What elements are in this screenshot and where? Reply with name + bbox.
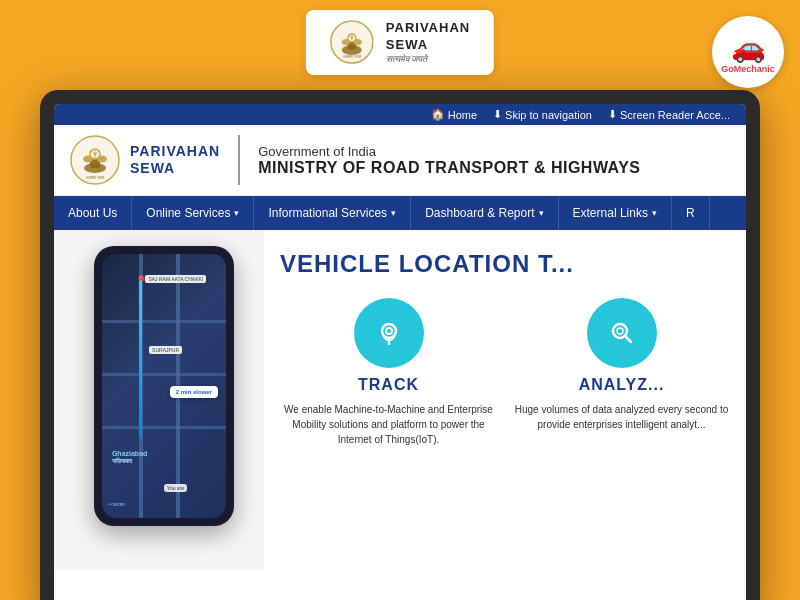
nav-external-links-arrow: ▾ [652,208,657,218]
screen-reader-label: Screen Reader Acce... [620,109,730,121]
map-route [139,280,142,438]
hero-title: VEHICLE LOCATION T... [280,250,730,278]
nav-online-services[interactable]: Online Services ▾ [132,196,254,230]
site-govt-line1: Government of India [258,144,640,159]
map-center-label: • center [108,501,125,507]
site-name-title: PARIVAHAN SEWA [130,143,220,177]
svg-text:सत्यमेव जयते: सत्यमेव जयते [85,175,105,180]
analyze-card-title: ANALYZ... [579,376,665,394]
site-emblem: सत्यमेव जयते [70,135,120,185]
track-icon-circle [354,298,424,368]
nav-dashboard-report-arrow: ▾ [539,208,544,218]
site-govt-info: Government of India MINISTRY OF ROAD TRA… [258,144,640,177]
map-city-hindi: गाज़ियाबाद [112,458,132,464]
map-mid-label: SURAJPUR [149,346,182,354]
gomechanic-badge: 🚗 GoMechanic [712,16,784,88]
site-navbar: About Us Online Services ▾ Informational… [54,196,746,230]
parivahan-badge: सत्यमेव जयते PARIVAHAN SEWA सत्यमेव जयते [306,10,494,75]
nav-r-label: R [686,206,695,220]
skip-nav-link[interactable]: ⬇ Skip to navigation [493,108,592,121]
nav-informational-services-label: Informational Services [268,206,387,220]
site-logo-area: सत्यमेव जयते PARIVAHAN SEWA Government o… [70,135,641,185]
parivahan-title-line2: SEWA [386,37,470,54]
skip-nav-label: Skip to navigation [505,109,592,121]
home-link[interactable]: 🏠 Home [431,108,477,121]
site-govt-line2: MINISTRY OF ROAD TRANSPORT & HIGHWAYS [258,159,640,177]
site-name: PARIVAHAN SEWA [130,143,220,177]
laptop-frame: 🏠 Home ⬇ Skip to navigation ⬇ Screen Rea… [40,90,760,600]
phone-mockup: SAJ RAM AATA CHAKKI SURAJPUR 2 min slowe… [74,246,254,554]
nav-online-services-arrow: ▾ [234,208,239,218]
map-city-label: Ghaziabadगाज़ियाबाद [112,450,147,465]
mechanic-text: Mechanic [734,64,775,74]
laptop-screen: 🏠 Home ⬇ Skip to navigation ⬇ Screen Rea… [54,104,746,600]
nav-external-links[interactable]: External Links ▾ [559,196,672,230]
analyze-icon-circle [587,298,657,368]
nav-online-services-label: Online Services [146,206,230,220]
hero-content: VEHICLE LOCATION T... [264,230,746,570]
nav-r[interactable]: R [672,196,710,230]
nav-informational-services[interactable]: Informational Services ▾ [254,196,411,230]
site-hero: SAJ RAM AATA CHAKKI SURAJPUR 2 min slowe… [54,230,746,570]
hero-card-track: TRACK We enable Machine-to-Machine and E… [280,298,497,447]
india-emblem-icon: सत्यमेव जयते [330,20,374,64]
map-you-are-label: You are [164,484,187,492]
map-road-4 [102,373,226,376]
nav-dashboard-report[interactable]: Dashboard & Report ▾ [411,196,558,230]
site-name-line1: PARIVAHAN [130,143,220,159]
car-icon: 🚗 [731,31,766,64]
hero-card-analyze: ANALYZ... Huge volumes of data analyzed … [513,298,730,447]
screen-reader-link[interactable]: ⬇ Screen Reader Acce... [608,108,730,121]
map-time-text: 2 min slower [176,389,212,395]
track-icon [371,315,407,351]
analyze-icon [604,315,640,351]
phone-screen: SAJ RAM AATA CHAKKI SURAJPUR 2 min slowe… [102,254,226,518]
hero-cards: TRACK We enable Machine-to-Machine and E… [280,298,730,447]
nav-informational-services-arrow: ▾ [391,208,396,218]
track-card-desc: We enable Machine-to-Machine and Enterpr… [280,402,497,447]
parivahan-text-block: PARIVAHAN SEWA सत्यमेव जयते [386,20,470,65]
svg-text:सत्यमेव जयते: सत्यमेव जयते [342,54,362,59]
site-topbar: 🏠 Home ⬇ Skip to navigation ⬇ Screen Rea… [54,104,746,125]
map-time-card: 2 min slower [170,386,218,398]
gomechanic-label: GoMechanic [721,64,775,74]
parivahan-title-line1: PARIVAHAN [386,20,470,37]
nav-dashboard-report-label: Dashboard & Report [425,206,534,220]
site-emblem-icon: सत्यमेव जयते [70,135,120,185]
map-road-3 [102,320,226,323]
parivahan-title: PARIVAHAN SEWA [386,20,470,54]
nav-about-us-label: About Us [68,206,117,220]
site-header-divider [238,135,240,185]
track-card-title: TRACK [358,376,419,394]
site-name-line2: SEWA [130,160,175,176]
phone-frame: SAJ RAM AATA CHAKKI SURAJPUR 2 min slowe… [94,246,234,526]
parivahan-emblem: सत्यमेव जयते [330,20,374,64]
site-header: सत्यमेव जयते PARIVAHAN SEWA Government o… [54,125,746,196]
map-background: SAJ RAM AATA CHAKKI SURAJPUR 2 min slowe… [102,254,226,518]
go-text: Go [721,64,734,74]
map-top-label: SAJ RAM AATA CHAKKI [145,275,206,283]
nav-about-us[interactable]: About Us [54,196,132,230]
home-label: Home [448,109,477,121]
parivahan-subtitle: सत्यमेव जयते [386,54,428,65]
map-road-5 [102,426,226,429]
analyze-card-desc: Huge volumes of data analyzed every seco… [513,402,730,432]
nav-external-links-label: External Links [573,206,648,220]
